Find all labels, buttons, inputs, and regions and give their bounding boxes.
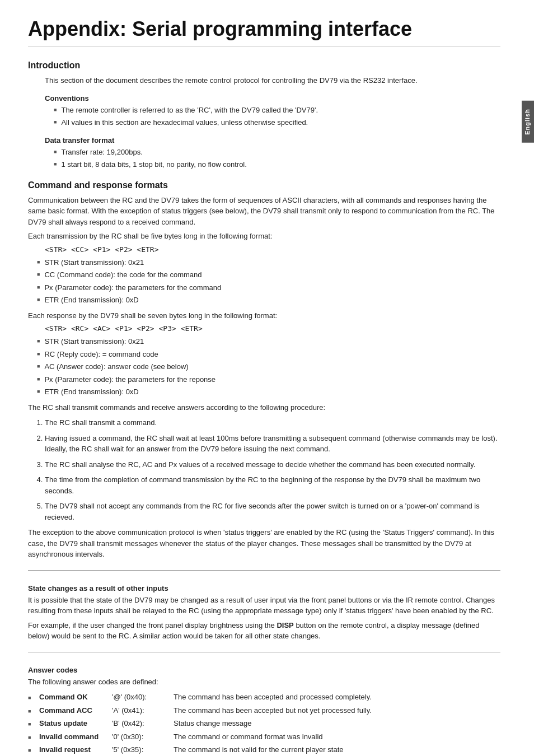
- command-response-heading: Command and response formats: [28, 180, 500, 190]
- page-content: Appendix: Serial programming interface I…: [0, 0, 534, 756]
- code-value: 'B' (0x42):: [112, 717, 174, 730]
- introduction-body: This section of the document describes t…: [45, 75, 500, 86]
- answer-codes-intro: The following answer codes are defined:: [28, 676, 500, 688]
- list-item: Transfer rate: 19,200bps.: [54, 147, 500, 158]
- introduction-heading: Introduction: [28, 60, 500, 71]
- list-item: STR (Start transmission): 0x21: [37, 257, 500, 268]
- disp-bold: DISP: [277, 621, 293, 629]
- response-intro: Each response by the DV79 shall be seven…: [28, 310, 500, 321]
- list-item: The RC shall analyse the RC, AC and Px v…: [45, 459, 500, 470]
- code-value: '5' (0x35):: [112, 743, 174, 756]
- code-label: Command OK: [39, 690, 112, 704]
- dv79-items-list: STR (Start transmission): 0x21 RC (Reply…: [37, 336, 500, 398]
- command-response-intro: Communication between the RC and the DV7…: [28, 195, 500, 228]
- rc-items-list: STR (Start transmission): 0x21 CC (Comma…: [37, 257, 500, 306]
- state-changes-section: State changes as a result of other input…: [28, 570, 500, 642]
- list-item: The time from the completion of command …: [45, 474, 500, 496]
- list-item: ETR (End transmission): 0xD: [37, 386, 500, 398]
- list-item: RC (Reply code): = command code: [37, 349, 500, 360]
- table-row: Invalid request '5' (0x35): The command …: [28, 743, 500, 756]
- code-label: Invalid request: [39, 743, 112, 756]
- exception-text: The exception to the above communication…: [28, 527, 500, 560]
- state-changes-heading: State changes as a result of other input…: [28, 584, 500, 592]
- bullet-icon: [28, 717, 39, 730]
- state-changes-para1: It is possible that the state of the DV7…: [28, 595, 500, 617]
- state-changes-para2: For example, if the user changed the fro…: [28, 620, 500, 642]
- code-value: '0' (0x30):: [112, 730, 174, 744]
- list-item: ETR (End transmission): 0xD: [37, 295, 500, 306]
- rc-format: <STR> <CC> <P1> <P2> <ETR>: [45, 245, 500, 254]
- list-item: Px (Parameter code): the parameters for …: [37, 374, 500, 385]
- answer-codes-section: Answer codes The following answer codes …: [28, 652, 500, 756]
- list-item: All values in this section are hexadecim…: [54, 117, 500, 128]
- procedure-list: The RC shall transmit a command. Having …: [45, 417, 500, 522]
- list-item: AC (Answer code): answer code (see below…: [37, 361, 500, 372]
- format-intro: Each transmission by the RC shall be fiv…: [28, 231, 500, 242]
- conventions-list: The remote controller is referred to as …: [54, 105, 500, 128]
- list-item: CC (Command code): the code for the comm…: [37, 269, 500, 281]
- list-item: 1 start bit, 8 data bits, 1 stop bit, no…: [54, 159, 500, 170]
- list-item: Having issued a command, the RC shall wa…: [45, 433, 500, 455]
- answer-codes-heading: Answer codes: [28, 666, 500, 674]
- list-item: The DV79 shall not accept any commands f…: [45, 501, 500, 522]
- bullet-icon: [28, 730, 39, 744]
- code-value: 'A' (0x41):: [112, 704, 174, 717]
- conventions-heading: Conventions: [45, 94, 500, 102]
- list-item: The remote controller is referred to as …: [54, 105, 500, 116]
- table-row: Command OK '@' (0x40): The command has b…: [28, 690, 500, 704]
- code-description: Status change message: [174, 717, 500, 730]
- data-transfer-list: Transfer rate: 19,200bps. 1 start bit, 8…: [54, 147, 500, 170]
- data-transfer-heading: Data transfer format: [45, 136, 500, 144]
- table-row: Invalid command '0' (0x30): The command …: [28, 730, 500, 744]
- dv79-format: <STR> <RC> <AC> <P1> <P2> <P3> <ETR>: [45, 324, 500, 333]
- procedure-intro: The RC shall transmit commands and recei…: [28, 402, 500, 413]
- table-row: Command ACC 'A' (0x41): The command has …: [28, 704, 500, 717]
- command-response-section: Command and response formats Communicati…: [28, 180, 500, 560]
- code-description: The command is not valid for the current…: [174, 743, 500, 756]
- code-description: The command has been accepted and proces…: [174, 690, 500, 704]
- code-label: Status update: [39, 717, 112, 730]
- code-description: The command has been accepted but not ye…: [174, 704, 500, 717]
- code-value: '@' (0x40):: [112, 690, 174, 704]
- bullet-icon: [28, 743, 39, 756]
- bullet-icon: [28, 704, 39, 717]
- list-item: Px (Parameter code): the parameters for …: [37, 282, 500, 293]
- code-label: Invalid command: [39, 730, 112, 744]
- introduction-section: Introduction This section of the documen…: [28, 60, 500, 170]
- code-description: The command or command format was invali…: [174, 730, 500, 744]
- sidebar-language-tab: English: [522, 101, 534, 143]
- page-title: Appendix: Serial programming interface: [28, 17, 500, 47]
- table-row: Status update 'B' (0x42): Status change …: [28, 717, 500, 730]
- list-item: STR (Start transmission): 0x21: [37, 336, 500, 347]
- code-label: Command ACC: [39, 704, 112, 717]
- list-item: The RC shall transmit a command.: [45, 417, 500, 428]
- bullet-icon: [28, 690, 39, 704]
- answer-codes-table: Command OK '@' (0x40): The command has b…: [28, 690, 500, 756]
